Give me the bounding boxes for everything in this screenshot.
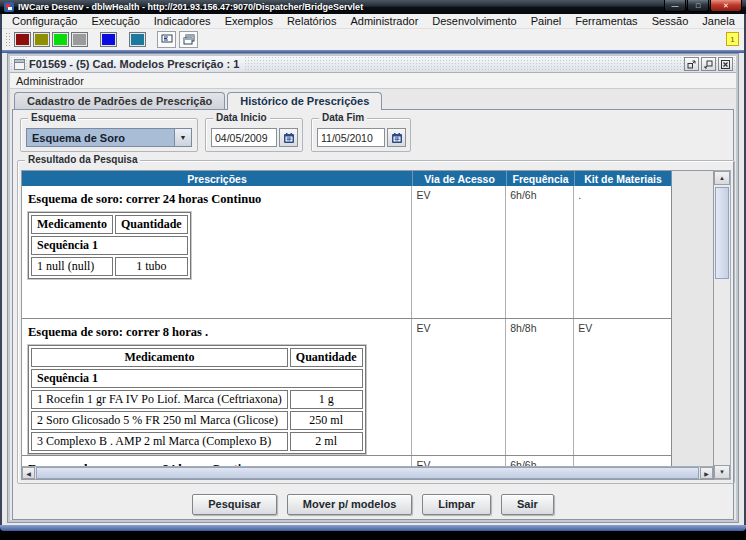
menu-ferramentas[interactable]: Ferramentas <box>568 15 644 27</box>
data-fim-group-label: Data Fim <box>319 112 367 123</box>
prescription-title: Esquema de soro: correr 8 horas . <box>28 325 407 340</box>
close-button[interactable]: ✕ <box>710 0 742 12</box>
medication-row: 1 null (null)1 tubo <box>31 257 188 276</box>
column-header-kit-de-materiais[interactable]: Kit de Materiais <box>575 171 672 186</box>
frame-close-icon[interactable] <box>718 57 733 71</box>
column-header-prescricoes[interactable]: Prescrições <box>22 171 413 186</box>
prescription-cell: Esquema de soro: correr 8 horas .Medicam… <box>22 319 412 455</box>
tab-cadastro-de-padroes-de-prescricao[interactable]: Cadastro de Padrões de Prescrição <box>14 92 225 109</box>
menu-exemplos[interactable]: Exemplos <box>218 15 280 27</box>
minimize-button[interactable]: — <box>664 0 686 12</box>
medication-quantity: 250 ml <box>290 411 363 430</box>
medication-row: 2 Soro Glicosado 5 % FR 250 ml Marca (Gl… <box>31 411 363 430</box>
tab-bar: Cadastro de Padrões de PrescriçãoHistóri… <box>10 89 736 109</box>
menu-configuracao[interactable]: Configuração <box>5 15 84 27</box>
mover-p-modelos-button[interactable]: Mover p/ modelos <box>287 494 413 515</box>
esquema-combobox[interactable]: Esquema de Soro ▼ <box>26 128 192 147</box>
window-titlebar[interactable]: IWCare Desenv - dblwHealth - http://201.… <box>0 0 746 14</box>
results-table-body: Esquema de soro: correr 24 horas Continu… <box>22 186 672 469</box>
cell-kit-de-materiais: EV <box>574 319 671 455</box>
menu-administrador[interactable]: Administrador <box>343 15 425 27</box>
cascade-windows-icon[interactable] <box>179 31 198 48</box>
menu-administrador[interactable]: Administrador <box>16 75 84 87</box>
main-toolbar: 1 <box>2 29 744 50</box>
window-title: IWCare Desenv - dblwHealth - http://201.… <box>18 2 363 12</box>
esquema-combobox-value: Esquema de Soro <box>27 132 174 144</box>
maximize-button[interactable]: □ <box>687 0 709 12</box>
toolbar-grip-handle[interactable] <box>5 32 10 47</box>
frame-maximize-icon[interactable] <box>701 57 716 71</box>
data-inicio-groupbox: Data Inicio <box>205 118 303 152</box>
menu-execucao[interactable]: Execução <box>84 15 146 27</box>
med-col-medicamento: Medicamento <box>31 348 288 367</box>
scroll-left-icon[interactable]: ◀ <box>22 467 35 479</box>
window-controls: — □ ✕ <box>663 0 742 12</box>
medication-row: 1 Rocefin 1 gr FA IV Po Liof. Marca (Cef… <box>31 390 363 409</box>
medication-name: 3 Complexo B . AMP 2 ml Marca (Complexo … <box>31 432 288 451</box>
results-groupbox: Resultado da Pesquisa PrescriçõesVia de … <box>17 160 735 484</box>
scroll-right-icon[interactable]: ▶ <box>700 467 713 479</box>
color-button-teal[interactable] <box>129 32 146 47</box>
color-button-green[interactable] <box>52 32 69 47</box>
color-button-olive[interactable] <box>33 32 50 47</box>
internal-frame-titlebar[interactable]: F01569 - (5) Cad. Modelos Prescrição : 1 <box>10 56 736 73</box>
cell-kit-de-materiais: . <box>574 186 671 318</box>
menu-sessao[interactable]: Sessão <box>645 15 696 27</box>
vertical-scroll-thumb[interactable] <box>715 187 729 279</box>
sair-button[interactable]: Sair <box>501 494 554 515</box>
medication-name: 1 null (null) <box>31 257 113 276</box>
pesquisar-button[interactable]: Pesquisar <box>192 494 277 515</box>
data-fim-field[interactable] <box>317 128 385 147</box>
scroll-up-icon[interactable]: ▲ <box>714 171 730 185</box>
tab-historico-de-prescricoes[interactable]: Histórico de Prescrições <box>227 92 382 110</box>
color-button-blue[interactable] <box>100 32 117 47</box>
menu-ajuda[interactable]: Ajuda <box>742 15 746 27</box>
prescription-title: Esquema de soro: correr 24 horas Continu… <box>28 192 407 207</box>
column-header-frequencia[interactable]: Frequência <box>507 171 575 186</box>
medication-name: 2 Soro Glicosado 5 % FR 250 ml Marca (Gl… <box>31 411 288 430</box>
result-row[interactable]: Esquema de soro: correr 8 horas .Medicam… <box>22 319 671 456</box>
menu-janela[interactable]: Janela <box>695 15 741 27</box>
notification-badge[interactable]: 1 <box>726 32 739 46</box>
internal-frame-menubar: Administrador <box>10 73 736 89</box>
frame-minimize-icon[interactable] <box>684 57 699 71</box>
menu-desenvolvimento[interactable]: Desenvolvimento <box>425 15 523 27</box>
menu-relatorios[interactable]: Relatórios <box>280 15 344 27</box>
data-inicio-field[interactable] <box>211 128 277 147</box>
medication-quantity: 1 tubo <box>115 257 188 276</box>
medication-table: MedicamentoQuantidadeSequência 11 Rocefi… <box>28 345 366 454</box>
sequence-label: Sequência 1 <box>31 236 188 255</box>
cell-via-de-acesso: EV <box>412 186 506 318</box>
vertical-scrollbar[interactable]: ▲ ▼ <box>714 170 731 480</box>
color-button-gray[interactable] <box>71 32 88 47</box>
menu-painel[interactable]: Painel <box>524 15 569 27</box>
horizontal-scroll-thumb[interactable] <box>36 467 699 479</box>
tab-panel-historico: Esquema Esquema de Soro ▼ Data Inicio <box>12 109 734 520</box>
results-table: PrescriçõesVia de AcessoFrequênciaKit de… <box>21 170 714 480</box>
calendar-icon[interactable] <box>387 128 406 147</box>
medication-quantity: 1 g <box>290 390 363 409</box>
internal-frame-title: F01569 - (5) Cad. Modelos Prescrição : 1 <box>29 57 245 71</box>
data-fim-groupbox: Data Fim <box>311 118 411 152</box>
limpar-button[interactable]: Limpar <box>422 494 491 515</box>
result-row[interactable]: Esquema de soro: correr 24 horas Continu… <box>22 186 671 319</box>
medication-name: 1 Rocefin 1 gr FA IV Po Liof. Marca (Cef… <box>31 390 288 409</box>
internal-frame-icon <box>14 59 25 70</box>
chevron-down-icon[interactable]: ▼ <box>174 129 191 146</box>
scroll-down-icon[interactable]: ▼ <box>714 465 730 479</box>
action-button-bar: PesquisarMover p/ modelosLimparSair <box>13 491 733 517</box>
cell-frequencia: 8h/8h <box>506 319 574 455</box>
sequence-label: Sequência 1 <box>31 369 363 388</box>
calendar-icon[interactable] <box>279 128 298 147</box>
menu-indicadores[interactable]: Indicadores <box>147 15 218 27</box>
esquema-groupbox: Esquema Esquema de Soro ▼ <box>20 118 198 152</box>
app-icon <box>4 2 14 12</box>
column-header-via-de-acesso[interactable]: Via de Acesso <box>413 171 507 186</box>
prescription-cell: Esquema de soro: correr 24 horas Continu… <box>22 186 412 318</box>
session-console-icon[interactable] <box>157 31 176 48</box>
results-table-header: PrescriçõesVia de AcessoFrequênciaKit de… <box>22 171 672 186</box>
horizontal-scrollbar[interactable]: ◀ ▶ <box>22 466 713 479</box>
medication-quantity: 2 ml <box>290 432 363 451</box>
color-button-dark-red[interactable] <box>14 32 31 47</box>
data-inicio-group-label: Data Inicio <box>213 112 270 123</box>
